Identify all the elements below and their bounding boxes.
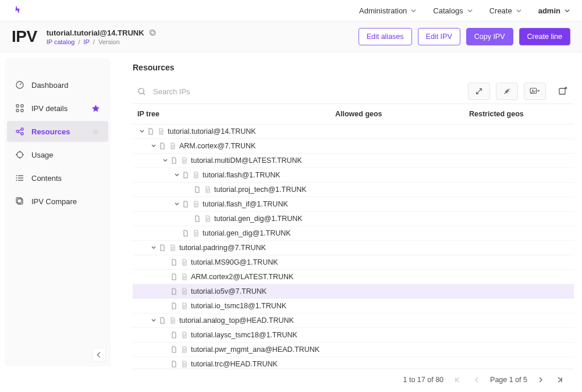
col-iptree[interactable]: IP tree	[137, 110, 335, 118]
tree-row[interactable]: tutorial.MS90G@1.TRUNK	[133, 255, 574, 270]
file-icon	[182, 201, 190, 208]
breadcrumb-version: Version	[98, 38, 120, 45]
prev-page-button[interactable]	[471, 375, 482, 384]
chevron-down-icon[interactable]	[172, 172, 182, 178]
chevron-down-icon[interactable]	[137, 129, 147, 134]
svg-point-16	[139, 88, 144, 93]
tree-node-label: tutorial.proj_tech@1.TRUNK	[214, 186, 307, 194]
sidebar-item-dashboard[interactable]: Dashboard	[7, 74, 108, 95]
tree-row[interactable]: tutorial.io5v@7.TRUNK	[133, 284, 574, 299]
file-icon	[170, 157, 178, 164]
star-icon[interactable]	[91, 127, 100, 136]
user-menu[interactable]: admin	[538, 6, 570, 15]
col-restricted-geos[interactable]: Restricted geos	[469, 110, 569, 118]
page-range: 1 to 17 of 80	[403, 376, 444, 384]
star-icon[interactable]	[91, 104, 100, 113]
svg-rect-4	[21, 105, 23, 107]
sidebar-item-resources[interactable]: Resources	[7, 121, 108, 142]
tree-row[interactable]: tutorial.gen_dig@1.TRUNK	[133, 212, 574, 226]
collapse-all-button[interactable]	[496, 83, 518, 100]
svg-rect-5	[16, 109, 19, 112]
tree-node-label: tutorial.flash_if@1.TRUNK	[203, 200, 288, 208]
add-column-button[interactable]	[552, 83, 574, 100]
topnav-item-catalogs[interactable]: Catalogs	[433, 6, 473, 15]
chevron-down-icon	[516, 8, 522, 14]
document-icon	[180, 346, 189, 353]
page-indicator: Page 1 of 5	[490, 376, 527, 384]
tree-row[interactable]: tutorial.analog_top@HEAD.TRUNK	[133, 313, 574, 328]
copy-icon[interactable]	[149, 29, 157, 37]
header-info: tutorial.tutorial@14.TRUNK IP catalog / …	[47, 28, 157, 45]
tree-row[interactable]: tutorial.gen_dig@1.TRUNK	[133, 226, 574, 241]
sidebar-item-usage[interactable]: Usage	[7, 144, 108, 165]
document-icon	[180, 332, 189, 338]
tree-header: IP tree Allowed geos Restricted geos	[133, 104, 574, 124]
sidebar-item-contents[interactable]: Contents	[7, 168, 108, 188]
file-icon	[158, 317, 166, 324]
copy-ipv-button[interactable]: Copy IPV	[466, 28, 513, 45]
chevron-down-icon[interactable]	[161, 158, 170, 163]
file-icon	[170, 361, 178, 368]
file-icon	[170, 259, 178, 266]
user-name: admin	[538, 6, 560, 15]
header-actions: Edit aliases Edit IPV Copy IPV Create li…	[359, 28, 570, 45]
create-line-button[interactable]: Create line	[519, 28, 570, 45]
document-icon	[180, 302, 189, 309]
tree-node-label: tutorial.io5v@7.TRUNK	[191, 287, 267, 295]
chevron-down-icon[interactable]	[149, 318, 158, 323]
col-allowed-geos[interactable]: Allowed geos	[335, 110, 469, 118]
page-header: IPV tutorial.tutorial@14.TRUNK IP catalo…	[0, 22, 582, 52]
gauge-icon	[15, 80, 24, 90]
tree-node-label: tutorial.tutorial@14.TRUNK	[168, 127, 256, 136]
tree-row[interactable]: tutorial.padring@7.TRUNK	[133, 241, 574, 255]
chevron-down-icon[interactable]	[149, 143, 158, 149]
next-page-button[interactable]	[535, 375, 546, 384]
document-icon	[180, 273, 189, 280]
file-icon	[182, 172, 190, 179]
copy-icon	[15, 197, 24, 206]
tree-node-label: tutorial.MS90G@1.TRUNK	[191, 258, 278, 266]
breadcrumb-ip[interactable]: IP	[83, 38, 89, 45]
file-icon	[193, 215, 201, 222]
file-icon	[158, 142, 166, 149]
tree-row[interactable]: ARM.cortex@7.TRUNK	[133, 139, 574, 154]
tree-node-label: ARM.cortex@7.TRUNK	[179, 142, 255, 150]
sidebar-item-label: Dashboard	[31, 81, 69, 90]
tree-row[interactable]: tutorial.flash@1.TRUNK	[133, 168, 574, 183]
tree-row[interactable]: tutorial.multiDM@LATEST.TRUNK	[133, 154, 574, 168]
breadcrumb-catalog[interactable]: IP catalog	[47, 38, 75, 45]
tree-row[interactable]: tutorial.flash_if@1.TRUNK	[133, 197, 574, 212]
document-icon	[180, 361, 189, 368]
sidebar-item-label: IPV details	[31, 104, 68, 113]
edit-ipv-button[interactable]: Edit IPV	[418, 28, 460, 45]
sidebar-item-label: Resources	[31, 127, 70, 136]
chevron-down-icon[interactable]	[172, 201, 182, 207]
collapse-sidebar-button[interactable]	[92, 348, 106, 362]
search-input[interactable]	[153, 87, 457, 96]
topnav-item-create[interactable]: Create	[489, 6, 522, 15]
view-options-button[interactable]	[524, 83, 546, 100]
tree-row[interactable]: tutorial.io_tsmc18@1.TRUNK	[133, 299, 574, 313]
sidebar-item-ipv-compare[interactable]: IPV Compare	[7, 191, 108, 212]
top-nav: AdministrationCatalogsCreate admin	[0, 0, 582, 22]
app-logo	[12, 4, 24, 17]
tree-row[interactable]: tutorial.tutorial@14.TRUNK	[133, 124, 574, 139]
tree-row[interactable]: ARM.cortex2@LATEST.TRUNK	[133, 270, 574, 284]
expand-all-button[interactable]	[468, 83, 490, 100]
first-page-button[interactable]	[452, 375, 463, 384]
last-page-button[interactable]	[554, 375, 566, 384]
tree-row[interactable]: tutorial.laysc_tsmc18@1.TRUNK	[133, 328, 574, 343]
chevron-down-icon[interactable]	[149, 245, 158, 251]
document-icon	[169, 317, 177, 324]
edit-aliases-button[interactable]: Edit aliases	[359, 28, 412, 45]
list-icon	[15, 173, 24, 183]
tree-row[interactable]: tutorial.proj_tech@1.TRUNK	[133, 183, 574, 197]
tree-row[interactable]: tutorial.trc@HEAD.TRUNK	[133, 357, 574, 369]
topnav-item-administration[interactable]: Administration	[359, 6, 417, 15]
document-icon	[192, 201, 200, 208]
tree-row[interactable]: tutorial.pwr_mgmt_ana@HEAD.TRUNK	[133, 343, 574, 357]
sidebar-item-ipv-details[interactable]: IPV details	[7, 98, 108, 119]
sidebar-item-label: IPV Compare	[31, 197, 77, 206]
sidebar-item-label: Contents	[31, 174, 62, 183]
file-icon	[147, 128, 155, 135]
